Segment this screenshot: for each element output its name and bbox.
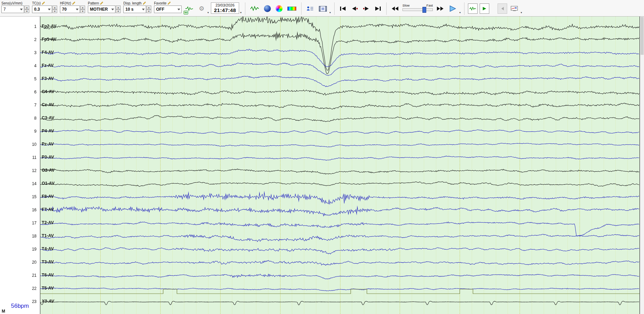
montage-edit-button[interactable] [509, 3, 520, 14]
speed-slider[interactable] [402, 8, 433, 11]
disp-spin-down[interactable]: ▼ [146, 9, 151, 13]
combo-pattern-label: Pattern [88, 1, 99, 5]
hf-spin-up[interactable]: ▲ [80, 6, 85, 9]
toolbar-separator [386, 2, 387, 15]
tc-dropdown[interactable]: 0.3 [32, 6, 52, 13]
next-event-button[interactable] [361, 3, 371, 14]
fast-forward-icon [436, 6, 444, 11]
skip-to-end-icon [375, 6, 381, 11]
tc-spin-up[interactable]: ▲ [52, 6, 57, 9]
head-map-button[interactable] [263, 3, 272, 14]
hf-value: 70 [62, 7, 67, 12]
mini-wave-button[interactable] [468, 3, 478, 14]
combo-hf-label: HF(Hz) [60, 1, 71, 5]
mini-play-icon [482, 6, 487, 11]
patient-info-button[interactable] [305, 3, 315, 14]
skip-to-start-button[interactable] [338, 3, 348, 14]
fast-forward-button[interactable] [435, 3, 445, 14]
pattern-value: MOTHER [90, 7, 108, 12]
eeg-trace-area[interactable] [40, 17, 640, 314]
edit-pencil-icon[interactable] [72, 1, 75, 5]
pattern-spin-down[interactable]: ▼ [116, 9, 121, 13]
combo-sens: Sens(uV/mm)7▲▼ [1, 1, 29, 13]
video-more-icon[interactable]: ▾ [329, 11, 331, 14]
datetime-display[interactable]: 23/03/2026 21:47:48 [211, 2, 239, 14]
scrollbar-thumb[interactable] [641, 17, 644, 55]
tc-spin-down[interactable]: ▼ [52, 9, 57, 13]
combo-tc: TC(s)0.3▲▼ [32, 1, 57, 13]
video-button[interactable] [317, 3, 328, 14]
mini-wave-icon [469, 6, 476, 11]
edit-pencil-icon[interactable] [42, 1, 45, 5]
vertical-scrollbar[interactable] [640, 17, 644, 314]
eeg-wave-display-button[interactable] [249, 3, 260, 14]
marker-label: M [2, 309, 5, 314]
disp-spin-up[interactable]: ▲ [146, 6, 151, 9]
combo-tc-label: TC(s) [32, 1, 41, 5]
channel-label-gutter [0, 17, 40, 314]
color-scale-bar-icon [287, 7, 296, 11]
notch-filter-button[interactable]: 50 [184, 3, 195, 14]
color-map-icon [276, 5, 283, 12]
datetime-more-icon[interactable]: ▾ [240, 11, 242, 14]
mini-play-button[interactable] [480, 3, 489, 14]
tc-value: 0.3 [34, 7, 40, 12]
play-icon [449, 5, 457, 12]
toolbar-separator [245, 2, 245, 15]
play-button[interactable] [447, 3, 458, 14]
disp-dropdown[interactable]: 10 s [123, 6, 146, 13]
combo-hf: HF(Hz)70▲▼ [60, 1, 85, 13]
montage-edit-more-icon[interactable]: ▾ [521, 11, 522, 14]
chevron-down-icon [48, 9, 51, 10]
back-button[interactable] [498, 3, 507, 14]
favorite-dropdown[interactable]: OFF [154, 6, 182, 13]
toolbar-separator [301, 2, 301, 15]
rewind-button[interactable] [390, 3, 400, 14]
edit-pencil-icon[interactable] [143, 1, 146, 5]
sens-spin-up[interactable]: ▲ [24, 6, 29, 9]
sens-dropdown[interactable]: 7 [1, 6, 24, 13]
edit-pencil-icon[interactable] [167, 1, 171, 5]
eeg-wave-icon [250, 6, 259, 12]
combo-favorite: FavoriteOFF [154, 1, 182, 13]
chevron-down-icon [177, 9, 180, 10]
speed-slow-label: Slow [402, 3, 410, 7]
head-map-icon [264, 5, 271, 12]
hf-spin-down[interactable]: ▼ [80, 9, 85, 13]
video-icon [319, 6, 327, 12]
color-map-button[interactable] [274, 3, 284, 14]
toolbar-separator [464, 2, 464, 15]
previous-event-icon [351, 6, 358, 11]
skip-to-end-button[interactable] [373, 3, 383, 14]
combo-pattern: PatternMOTHER▲▼ [88, 1, 121, 13]
edit-pencil-icon[interactable] [100, 1, 103, 5]
back-arrow-icon [500, 6, 505, 11]
color-scale-button[interactable] [286, 3, 298, 14]
montage-settings-button[interactable]: ⚙ [197, 3, 206, 14]
pattern-spin-up[interactable]: ▲ [116, 6, 121, 9]
hf-dropdown[interactable]: 70 [60, 6, 80, 13]
toolbar-separator [334, 2, 335, 15]
pattern-dropdown[interactable]: MOTHER [88, 6, 115, 13]
chevron-down-icon [76, 9, 79, 10]
chevron-down-icon [20, 9, 23, 10]
previous-event-button[interactable] [350, 3, 359, 14]
skip-to-start-icon [339, 6, 346, 11]
sens-spin-down[interactable]: ▼ [24, 9, 29, 13]
notch-value-badge: 50 [184, 11, 188, 14]
combo-disp: Disp. length10 s▲▼ [123, 1, 151, 13]
play-more-icon[interactable]: ▾ [459, 11, 461, 14]
main-toolbar: Sens(uV/mm)7▲▼TC(s)0.3▲▼HF(Hz)70▲▼Patter… [0, 0, 644, 17]
gear-icon: ⚙ [199, 6, 204, 12]
date-text: 23/03/2026 [214, 3, 236, 7]
sens-value: 7 [3, 7, 6, 12]
montage-settings-more-icon[interactable]: ▾ [207, 11, 209, 14]
next-event-icon [363, 6, 370, 11]
speed-slider-thumb[interactable] [422, 7, 426, 13]
patient-info-icon [306, 6, 314, 12]
speed-control: Slow Fast [402, 3, 433, 11]
combo-sens-label: Sens(uV/mm) [1, 1, 22, 5]
chevron-down-icon [111, 9, 114, 10]
montage-edit-icon [511, 6, 518, 12]
combo-favorite-label: Favorite [154, 1, 166, 5]
